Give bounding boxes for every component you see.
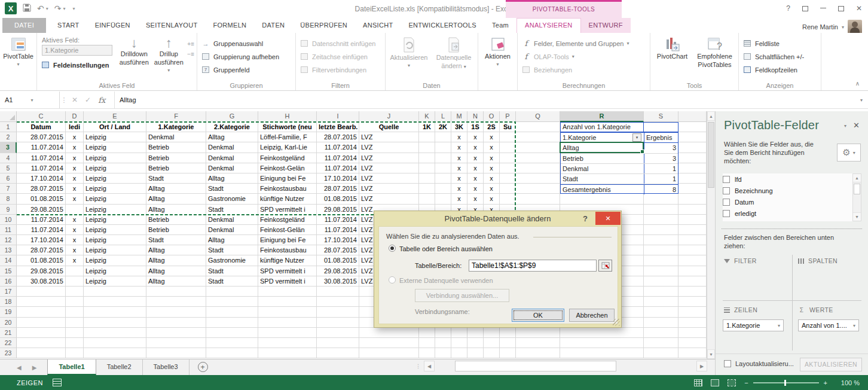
grid-cell[interactable] [146, 348, 206, 358]
grid-cell[interactable] [317, 328, 359, 338]
grid-cell[interactable]: 01.08.2015 [17, 194, 66, 204]
grid-cell[interactable]: ledi [66, 122, 84, 132]
grid-cell[interactable]: 11.07.2014 [317, 142, 359, 153]
grid-cell[interactable]: 11.07.2014 [17, 225, 66, 235]
column-header-L[interactable]: L [435, 111, 451, 122]
grid-cell[interactable] [678, 297, 707, 307]
grid-cell[interactable] [84, 307, 146, 317]
column-header-H[interactable]: H [258, 111, 317, 122]
field-list-button[interactable]: Feldliste [742, 37, 817, 50]
grid-cell[interactable] [516, 173, 560, 184]
grid-cell[interactable] [484, 348, 500, 358]
column-header-C[interactable]: C [17, 111, 66, 122]
grid-cell[interactable] [419, 338, 435, 348]
field-list-scrollbar[interactable]: ▲ ▼ [852, 173, 861, 221]
grid-cell[interactable] [84, 348, 146, 358]
group-field-button[interactable]: 7 Gruppenfeld [201, 63, 292, 76]
grid-cell[interactable]: x [66, 235, 84, 245]
grid-cell[interactable]: 11.07.2014 [17, 163, 66, 173]
ribbon-tab-entwurf[interactable]: ENTWURF [581, 18, 631, 33]
grid-cell[interactable]: LVZ [359, 194, 419, 204]
grid-cell[interactable] [17, 348, 66, 358]
grid-cell[interactable]: LVZ [359, 153, 419, 163]
grid-cell[interactable]: x [484, 194, 500, 204]
grid-cell[interactable] [206, 348, 258, 358]
scroll-left-icon[interactable]: ◀ [424, 361, 435, 371]
collapse-ribbon-icon[interactable]: ∧ [855, 80, 860, 87]
grid-cell[interactable] [317, 297, 359, 307]
field-list-scroll-down-icon[interactable]: ▼ [853, 212, 861, 221]
grid-cell[interactable]: x [66, 194, 84, 204]
insert-timeline-button[interactable]: Zeitachse einfügen [299, 50, 381, 63]
grid-cell[interactable] [678, 205, 707, 215]
grid-cell[interactable] [206, 297, 258, 307]
fields-items-sets-button[interactable]: f Felder, Elemente und Gruppen ▾ [521, 37, 646, 50]
row-header-4[interactable]: 4 [0, 153, 17, 163]
field-list-scroll-thumb[interactable] [854, 184, 860, 194]
grid-cell[interactable]: Feinkostgeländ [258, 215, 317, 225]
grid-cell[interactable] [500, 153, 516, 163]
grid-cell[interactable]: Einigung bei Fe [258, 235, 317, 245]
row-header-7[interactable]: 7 [0, 184, 17, 194]
row-header-17[interactable]: 17 [0, 287, 17, 297]
grid-cell[interactable] [258, 328, 317, 338]
grid-cell[interactable]: 11.07.2014 [317, 215, 359, 225]
grid-cell[interactable] [451, 328, 467, 338]
row-header-12[interactable]: 12 [0, 235, 17, 245]
column-header-I[interactable]: I [317, 111, 359, 122]
grid-cell[interactable] [644, 307, 678, 317]
grid-cell[interactable] [467, 328, 484, 338]
pivot-field-filter-dropdown[interactable]: ▾ [632, 133, 641, 142]
grid-cell[interactable]: x [484, 184, 500, 194]
grid-cell[interactable] [678, 276, 707, 287]
ribbon-tab-daten[interactable]: DATEN [254, 18, 292, 33]
grid-cell[interactable] [66, 328, 84, 338]
ribbon-tab-formeln[interactable]: FORMELN [205, 18, 254, 33]
grid-cell[interactable]: 3K [451, 122, 467, 132]
grid-cell[interactable] [317, 318, 359, 328]
zoom-slider-thumb[interactable] [784, 380, 786, 386]
grid-cell[interactable]: x [467, 153, 484, 163]
grid-cell[interactable] [644, 255, 678, 266]
grid-cell[interactable]: 29.08.2015 [17, 205, 66, 215]
grid-cell[interactable]: x [467, 184, 484, 194]
name-box-dropdown-icon[interactable]: ▾ [30, 98, 33, 103]
grid-cell[interactable] [146, 287, 206, 297]
grid-cell[interactable] [644, 276, 678, 287]
select-all-corner[interactable] [0, 111, 17, 122]
table-range-radio-label[interactable]: Tabelle oder Bereich auswählen [399, 245, 493, 252]
grid-cell[interactable] [17, 338, 66, 348]
grid-cell[interactable]: Stadt [146, 173, 206, 184]
grid-cell[interactable] [258, 307, 317, 317]
grid-cell[interactable] [678, 184, 707, 194]
grid-cell[interactable]: LVZ [359, 142, 419, 153]
grid-cell[interactable] [500, 132, 516, 142]
grid-cell[interactable]: 29.08.2015 [17, 266, 66, 276]
grid-cell[interactable]: 17.10.2014 [317, 235, 359, 245]
row-header-10[interactable]: 10 [0, 215, 17, 225]
name-box[interactable]: A1 ▾ [0, 92, 60, 108]
grid-cell[interactable] [435, 153, 451, 163]
close-button[interactable]: ✕ [856, 4, 862, 13]
grid-cell[interactable]: SPD vermittelt i [258, 276, 317, 287]
grid-cell[interactable] [206, 338, 258, 348]
grid-cell[interactable]: 11.07.2014 [17, 215, 66, 225]
grid-cell[interactable] [500, 184, 516, 194]
ribbon-tab-entwicklertools[interactable]: ENTWICKLERTOOLS [401, 18, 484, 33]
grid-cell[interactable] [516, 184, 560, 194]
row-header-2[interactable]: 2 [0, 132, 17, 142]
grid-cell[interactable]: 01.08.2015 [317, 255, 359, 266]
grid-cell[interactable]: 29.08.2015 [317, 266, 359, 276]
ribbon-tab-team[interactable]: Team [484, 18, 516, 33]
normal-view-icon[interactable] [694, 379, 702, 386]
grid-cell[interactable]: x [66, 215, 84, 225]
column-header-N[interactable]: N [467, 111, 484, 122]
grid-cell[interactable] [644, 225, 678, 235]
row-header-13[interactable]: 13 [0, 245, 17, 255]
grid-cell[interactable]: LVZ [359, 163, 419, 173]
grid-cell[interactable] [17, 307, 66, 317]
grid-cell[interactable] [560, 194, 644, 204]
grid-cell[interactable]: LVZ [359, 173, 419, 184]
grid-cell[interactable] [66, 205, 84, 215]
grid-cell[interactable]: x [451, 194, 467, 204]
